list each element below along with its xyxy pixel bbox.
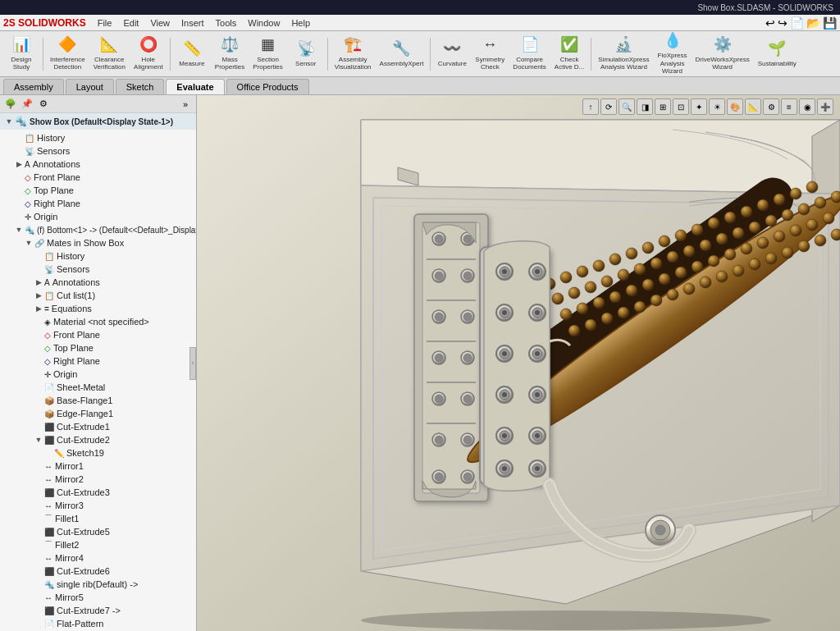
tree-item-right-plane[interactable]: ◇ Right Plane — [0, 197, 196, 210]
simulationxpress-btn[interactable]: 🔬 SimulationXpressAnalysis Wizard — [595, 34, 652, 75]
vp-btn-10[interactable]: 📐 — [745, 98, 761, 115]
tree-icon-btn[interactable]: 🌳 — [3, 97, 18, 112]
svg-point-86 — [659, 273, 670, 285]
tree-item-history2[interactable]: 📋 History — [0, 249, 196, 263]
cut-extrude6-icon: ⬛ — [44, 567, 54, 576]
vp-btn-11[interactable]: ⚙ — [763, 98, 779, 115]
menu-file[interactable]: File — [93, 16, 117, 30]
tab-assembly[interactable]: Assembly — [3, 79, 64, 94]
clearance-verification-btn[interactable]: 📐 ClearanceVerification — [90, 34, 129, 75]
tree-item-annotations[interactable]: ▶ A Annotations — [0, 158, 196, 171]
vp-btn-9[interactable]: 🎨 — [727, 98, 743, 115]
compare-documents-btn[interactable]: 📄 CompareDocuments — [509, 34, 549, 75]
open-icon[interactable]: 📂 — [806, 16, 820, 30]
tree-item-edge-flange1[interactable]: 📦 Edge-Flange1 — [0, 407, 196, 420]
menu-tools[interactable]: Tools — [211, 16, 242, 30]
vp-btn-5[interactable]: ⊞ — [655, 98, 671, 115]
vp-btn-6[interactable]: ⊡ — [673, 98, 689, 115]
section-properties-btn[interactable]: ▦ SectionProperties — [249, 34, 285, 75]
tree-item-front-plane2[interactable]: ◇ Front Plane — [0, 328, 196, 341]
vp-btn-3[interactable]: 🔍 — [619, 98, 635, 115]
mass-properties-btn[interactable]: ⚖️ MassProperties — [212, 34, 248, 75]
tree-item-cut-list[interactable]: ▶ 📋 Cut list(1) — [0, 289, 196, 302]
tree-item-mirror1[interactable]: ↔ Mirror1 — [0, 460, 196, 473]
check-active-btn[interactable]: ✅ CheckActive D... — [551, 34, 587, 75]
menu-window[interactable]: Window — [243, 16, 285, 30]
tree-item-sheet-metal[interactable]: 📄 Sheet-Metal — [0, 381, 196, 394]
tree-item-origin[interactable]: ✛ Origin — [0, 210, 196, 223]
assembly-viz-btn[interactable]: 🏗️ AssemblyVisualization — [331, 34, 375, 75]
tree-item-cut-extrude2[interactable]: ▼ ⬛ Cut-Extrude2 — [0, 433, 196, 446]
tree-item-fillet2[interactable]: ⌒ Fillet2 — [0, 538, 196, 551]
menu-view[interactable]: View — [145, 16, 175, 30]
svg-point-152 — [535, 466, 540, 471]
interference-detection-btn[interactable]: 🔶 InterferenceDetection — [47, 34, 89, 75]
measure-btn[interactable]: 📏 Measure — [174, 34, 210, 75]
tree-item-history[interactable]: 📋 History — [0, 131, 196, 144]
settings-icon-btn[interactable]: ⚙ — [36, 97, 51, 112]
assemblyxpert-btn[interactable]: 🔧 AssemblyXpert — [377, 34, 427, 75]
tree-item-cut-extrude3[interactable]: ⬛ Cut-Extrude3 — [0, 486, 196, 499]
tree-item-origin2[interactable]: ✛ Origin — [0, 368, 196, 381]
panel-collapse-handle[interactable]: ‹ — [189, 347, 196, 380]
tree-item-sketch19[interactable]: ✏️ Sketch19 — [0, 446, 196, 460]
tree-item-flat-pattern[interactable]: 📄 Flat-Pattern — [0, 617, 196, 630]
vp-btn-13[interactable]: ◉ — [799, 98, 815, 115]
floexpress-btn[interactable]: 💧 FloXpressAnalysisWizard — [655, 34, 691, 75]
expand-panel-btn[interactable]: » — [178, 97, 193, 112]
vp-btn-2[interactable]: ⟳ — [600, 98, 617, 115]
tab-sketch[interactable]: Sketch — [116, 79, 165, 94]
tree-item-mirror4[interactable]: ↔ Mirror4 — [0, 551, 196, 565]
svg-point-53 — [675, 230, 687, 241]
tree-item-equations[interactable]: ▶ = Equations — [0, 302, 196, 315]
menu-edit[interactable]: Edit — [118, 16, 144, 30]
sensor-btn[interactable]: 📡 Sensor — [288, 34, 324, 75]
tree-item-cut-extrude5[interactable]: ⬛ Cut-Extrude5 — [0, 525, 196, 538]
tab-layout[interactable]: Layout — [66, 79, 114, 94]
vp-btn-1[interactable]: ↑ — [582, 98, 599, 115]
tree-item-mates-show-box[interactable]: ▼ 🔗 Mates in Show Box — [0, 236, 196, 249]
vp-btn-12[interactable]: ≡ — [781, 98, 797, 115]
tree-item-front-plane[interactable]: ◇ Front Plane — [0, 171, 196, 184]
tree-item-top-plane2[interactable]: ◇ Top Plane — [0, 341, 196, 354]
tab-evaluate[interactable]: Evaluate — [166, 79, 224, 94]
undo-icon[interactable]: ↩ — [765, 16, 775, 30]
vp-btn-14[interactable]: ➕ — [817, 98, 833, 115]
design-study-btn[interactable]: 📊 DesignStudy — [3, 34, 39, 75]
menu-insert[interactable]: Insert — [176, 16, 209, 30]
redo-icon[interactable]: ↪ — [778, 16, 788, 30]
cut-extrude7-label: Cut-Extrude7 -> — [57, 606, 121, 615]
tab-office-products[interactable]: Office Products — [226, 79, 309, 94]
pin-icon-btn[interactable]: 📌 — [20, 97, 34, 112]
hole-alignment-btn[interactable]: ⭕ HoleAlignment — [130, 34, 167, 75]
vp-btn-4[interactable]: ◨ — [637, 98, 653, 115]
tree-item-right-plane2[interactable]: ◇ Right Plane — [0, 354, 196, 368]
tree-item-mirror2[interactable]: ↔ Mirror2 — [0, 473, 196, 486]
tree-item-mirror3[interactable]: ↔ Mirror3 — [0, 499, 196, 512]
tree-item-cut-extrude1[interactable]: ⬛ Cut-Extrude1 — [0, 420, 196, 433]
save-icon[interactable]: 💾 — [823, 16, 837, 30]
tree-item-mirror5[interactable]: ↔ Mirror5 — [0, 591, 196, 604]
tree-item-bottom[interactable]: ▼ 🔩 (f) Bottom<1> -> (Default<<Default>_… — [0, 223, 196, 236]
tree-item-base-flange1[interactable]: 📦 Base-Flange1 — [0, 394, 196, 407]
tree-item-annotations2[interactable]: ▶ A Annotations — [0, 276, 196, 289]
symmetry-check-btn[interactable]: ↔️ SymmetryCheck — [472, 34, 508, 75]
main-area: 🌳 📌 ⚙ » ▼ 🔩 Show Box (Default<Display St… — [0, 95, 840, 631]
driveworksxpress-btn[interactable]: ⚙️ DriveWorksXpressWizard — [692, 34, 753, 75]
sustainability-btn[interactable]: 🌱 Sustainability — [755, 34, 800, 75]
vp-btn-7[interactable]: ✦ — [691, 98, 707, 115]
tree-item-material[interactable]: ◈ Material <not specified> — [0, 315, 196, 328]
3d-viewport[interactable]: ↑ ⟳ 🔍 ◨ ⊞ ⊡ ✦ ☀ 🎨 📐 ⚙ ≡ ◉ ➕ — [197, 95, 840, 631]
tree-item-fillet1[interactable]: ⌒ Fillet1 — [0, 512, 196, 525]
tree-item-cut-extrude6[interactable]: ⬛ Cut-Extrude6 — [0, 565, 196, 578]
tree-item-top-plane[interactable]: ◇ Top Plane — [0, 184, 196, 197]
curvature-btn[interactable]: 〰️ Curvature — [434, 34, 470, 75]
vp-btn-8[interactable]: ☀ — [709, 98, 725, 115]
new-icon[interactable]: 📄 — [790, 16, 804, 30]
tree-root-title[interactable]: ▼ 🔩 Show Box (Default<Display State-1>) — [0, 113, 196, 130]
tree-item-single-rib[interactable]: 🔩 single rib(Default) -> — [0, 578, 196, 591]
menu-help[interactable]: Help — [286, 16, 315, 30]
tree-item-sensors2[interactable]: 📡 Sensors — [0, 263, 196, 276]
tree-item-sensors[interactable]: 📡 Sensors — [0, 144, 196, 158]
tree-item-cut-extrude7[interactable]: ⬛ Cut-Extrude7 -> — [0, 604, 196, 617]
